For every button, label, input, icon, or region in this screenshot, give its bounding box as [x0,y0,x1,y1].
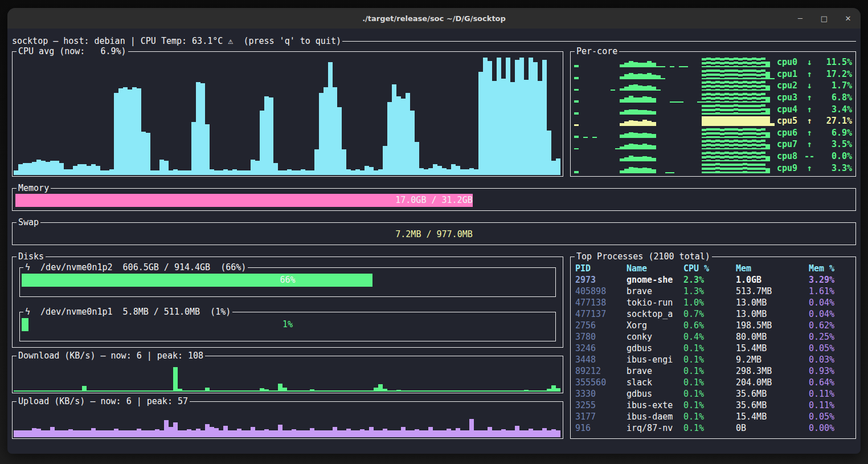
bar [18,430,23,437]
column-header[interactable]: Name [627,263,683,274]
bar [702,129,706,138]
table-row[interactable]: 89212brave0.1%298.3MB0.93% [575,365,853,377]
close-icon[interactable]: ✕ [844,14,853,23]
bar [137,429,141,438]
bar [711,152,715,162]
bar [638,168,642,173]
bar [87,390,91,392]
table-row[interactable]: 3448ibus-engi0.1%9.2MB0.03% [575,354,853,365]
bar [720,82,724,91]
bar [351,390,355,392]
titlebar[interactable]: ./target/release/soc ~/D/G/socktop ─ □ ✕ [7,8,861,29]
bar [756,140,761,150]
bar [647,111,652,115]
core-label: cpu1↑17.2% [777,69,853,79]
bar [538,390,542,392]
maximize-icon[interactable]: □ [820,14,829,23]
bar [260,388,264,392]
table-row[interactable]: 3177ibus-daem0.1%15.4MB0.05% [575,411,853,422]
per-core-rows: cpu0↓11.5%cpu1↑17.2%cpu2↓1.7%cpu3↑6.8%cp… [574,56,853,174]
bar [305,390,310,392]
bar [734,58,738,67]
bar [351,170,355,175]
disk-device: /dev/nvme0n1p1 [40,307,112,317]
table-row[interactable]: 3330gdbus0.1%35.6MB0.11% [575,388,853,400]
table-cell-memp: 0.04% [809,297,853,308]
bar [761,81,765,91]
bar [68,390,73,392]
bar [296,390,301,392]
bar [55,161,59,175]
table-row[interactable]: 2756Xorg0.6%198.5MB0.62% [575,320,853,331]
table-cell-cpu: 0.1% [683,400,736,411]
bar [447,429,451,437]
bar [301,430,305,437]
terminal-window: ./target/release/soc ~/D/G/socktop ─ □ ✕… [7,8,861,454]
bar [191,430,196,437]
gauge-label: 17.0GB / 31.2GB [15,194,473,207]
bar [50,161,55,175]
disks-panel: Disks ϟ /dev/nvme0n1p2 606.5GB / 914.4GB… [12,257,563,348]
bar [360,170,365,175]
bar [241,390,246,392]
bar [460,390,465,392]
bar [729,58,734,67]
bar [241,170,246,175]
minimize-icon[interactable]: ─ [796,14,805,23]
bar [765,108,770,115]
bar [706,140,711,149]
table-row[interactable]: 2973gnome-she2.3%1.0GB3.29% [575,274,853,286]
bar [501,79,506,175]
bar [146,133,150,175]
bar [652,158,656,161]
bar [255,430,260,437]
table-row[interactable]: 405898brave1.3%513.7MB1.61% [575,286,853,297]
bar [428,427,433,437]
bar [219,390,223,392]
table-row[interactable]: 355560slack0.1%204.0MB0.64% [575,377,853,388]
bar [624,145,629,149]
bar [715,163,720,173]
bar [738,93,743,103]
table-row[interactable]: 3255ibus-exte0.1%35.6MB0.11% [575,400,853,411]
bar [734,116,738,126]
column-header[interactable]: CPU % [683,263,736,274]
table-cell-mem: 15.4MB [736,411,809,422]
bar [624,87,629,91]
bar [182,170,187,175]
bar [260,430,264,437]
table-cell-memp: 0.93% [809,365,853,377]
column-header[interactable]: PID [575,263,627,274]
bar [724,164,729,173]
bar [196,390,200,392]
column-header[interactable]: Mem [736,263,809,274]
bar [428,168,433,175]
bar [715,128,720,138]
bar [173,367,178,392]
bar [23,163,27,175]
bar [620,76,624,79]
table-row[interactable]: 916irq/87-nv0.1%0B0.00% [575,422,853,434]
table-row[interactable]: 477138tokio-run1.0%13.0MB0.04% [575,297,853,308]
bar [96,390,100,392]
bar [273,430,278,437]
bar [702,93,706,103]
bar [711,58,715,67]
table-row[interactable]: 3780conky0.4%80.0MB0.25% [575,331,853,343]
bar [574,112,579,115]
bar [715,93,720,103]
core-sparkline [574,116,777,126]
bar [510,390,515,392]
bar [460,169,465,175]
bar [656,75,661,79]
table-row[interactable]: 477137socktop_a0.7%13.0MB0.04% [575,308,853,320]
bar [729,70,734,79]
core-arrow: ↓ [803,80,816,91]
core-arrow: ↑ [803,139,816,149]
table-row[interactable]: 3246gdbus0.1%15.4MB0.05% [575,343,853,354]
bar [232,430,237,437]
bar [374,170,378,175]
column-header[interactable]: Mem % [809,263,853,274]
download-chart [14,362,562,392]
processes-title: Top Processes (2100 total) [575,251,712,262]
